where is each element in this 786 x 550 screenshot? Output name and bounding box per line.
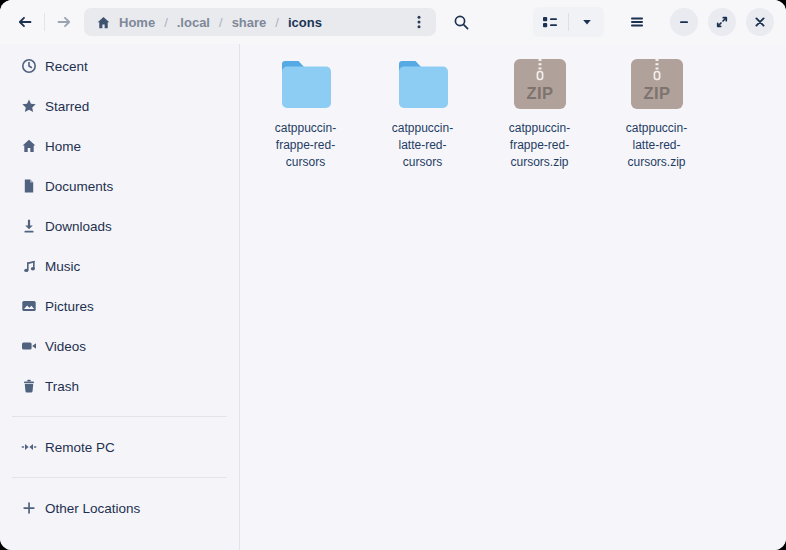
picture-icon xyxy=(21,298,37,314)
file-name: catppuccin- frappe-red- cursors.zip xyxy=(509,120,570,171)
home-icon xyxy=(96,15,111,30)
sidebar-item-label: Other Locations xyxy=(45,501,140,516)
sidebar-item-pictures[interactable]: Pictures xyxy=(6,286,233,326)
zip-archive-icon: ZIP xyxy=(512,58,568,111)
minimize-icon xyxy=(676,14,692,30)
sidebar-item-recent[interactable]: Recent xyxy=(6,46,233,86)
file-item-folder[interactable]: catppuccin- frappe-red- cursors xyxy=(247,58,364,171)
path-menu-button[interactable] xyxy=(412,14,426,30)
folder-icon xyxy=(395,58,451,111)
document-icon xyxy=(21,178,37,194)
sidebar-separator xyxy=(12,477,227,478)
breadcrumb-segment[interactable]: share xyxy=(232,15,267,30)
file-name: catppuccin- frappe-red- cursors xyxy=(275,120,336,171)
sidebar-item-remote-pc[interactable]: Remote PC xyxy=(6,427,233,467)
search-icon xyxy=(453,14,470,31)
breadcrumb[interactable]: Home / .local / share / icons xyxy=(84,8,436,36)
sidebar: Recent Starred Home xyxy=(0,44,240,550)
close-icon xyxy=(752,14,768,30)
close-button[interactable] xyxy=(746,8,774,36)
zip-badge-text: ZIP xyxy=(643,84,670,102)
file-item-zip[interactable]: ZIP catppuccin- frappe-red- cursors.zip xyxy=(481,58,598,171)
sidebar-item-label: Starred xyxy=(45,99,89,114)
maximize-button[interactable] xyxy=(708,8,736,36)
sidebar-item-label: Videos xyxy=(45,339,86,354)
file-name: catppuccin- latte-red- cursors.zip xyxy=(626,120,687,171)
list-view-button[interactable] xyxy=(533,7,567,37)
star-icon xyxy=(21,98,37,114)
back-arrow-icon xyxy=(17,14,33,30)
plus-icon xyxy=(21,500,37,516)
view-mode-split-button xyxy=(533,7,604,37)
breadcrumb-separator: / xyxy=(219,15,223,30)
toolbar-separator xyxy=(44,13,45,31)
music-note-icon xyxy=(21,258,37,274)
chevron-down-icon xyxy=(581,16,593,28)
sidebar-separator xyxy=(12,416,227,417)
sidebar-item-trash[interactable]: Trash xyxy=(6,366,233,406)
sidebar-item-other-locations[interactable]: Other Locations xyxy=(6,488,233,528)
file-manager-window: Home / .local / share / icons xyxy=(0,0,786,550)
sidebar-item-videos[interactable]: Videos xyxy=(6,326,233,366)
view-group-separator xyxy=(568,13,569,31)
video-camera-icon xyxy=(21,338,37,354)
content-area: Recent Starred Home xyxy=(0,44,786,550)
sidebar-item-music[interactable]: Music xyxy=(6,246,233,286)
breadcrumb-segment-current[interactable]: icons xyxy=(288,15,322,30)
sidebar-item-label: Pictures xyxy=(45,299,94,314)
sidebar-item-label: Music xyxy=(45,259,80,274)
sidebar-item-label: Home xyxy=(45,139,81,154)
files-view[interactable]: catppuccin- frappe-red- cursors catppucc… xyxy=(240,44,786,550)
search-button[interactable] xyxy=(446,7,476,37)
home-icon xyxy=(21,138,37,154)
sidebar-item-starred[interactable]: Starred xyxy=(6,86,233,126)
sidebar-item-downloads[interactable]: Downloads xyxy=(6,206,233,246)
sidebar-item-label: Recent xyxy=(45,59,88,74)
sidebar-item-label: Documents xyxy=(45,179,113,194)
folder-icon xyxy=(278,58,334,111)
sidebar-item-label: Downloads xyxy=(45,219,112,234)
forward-arrow-icon xyxy=(56,14,72,30)
breadcrumb-segment[interactable]: .local xyxy=(177,15,210,30)
sidebar-item-label: Remote PC xyxy=(45,440,115,455)
sidebar-item-documents[interactable]: Documents xyxy=(6,166,233,206)
remote-connector-icon xyxy=(21,439,37,455)
minimize-button[interactable] xyxy=(670,8,698,36)
maximize-icon xyxy=(714,14,730,30)
files-grid: catppuccin- frappe-red- cursors catppucc… xyxy=(247,58,786,171)
sidebar-item-home[interactable]: Home xyxy=(6,126,233,166)
zip-badge-text: ZIP xyxy=(526,84,553,102)
download-icon xyxy=(21,218,37,234)
breadcrumb-separator: / xyxy=(164,15,168,30)
list-view-icon xyxy=(542,14,558,30)
toolbar: Home / .local / share / icons xyxy=(0,0,786,44)
forward-button[interactable] xyxy=(49,7,79,37)
hamburger-menu-icon xyxy=(629,14,645,30)
view-options-dropdown-button[interactable] xyxy=(570,7,604,37)
file-item-zip[interactable]: ZIP catppuccin- latte-red- cursors.zip xyxy=(598,58,715,171)
trash-icon xyxy=(21,378,37,394)
breadcrumb-segment[interactable]: Home xyxy=(119,15,155,30)
file-item-folder[interactable]: catppuccin- latte-red- cursors xyxy=(364,58,481,171)
clock-icon xyxy=(21,58,37,74)
window-controls xyxy=(670,8,774,36)
back-button[interactable] xyxy=(10,7,40,37)
breadcrumb-separator: / xyxy=(275,15,279,30)
file-name: catppuccin- latte-red- cursors xyxy=(392,120,453,171)
main-menu-button[interactable] xyxy=(622,7,652,37)
sidebar-item-label: Trash xyxy=(45,379,79,394)
zip-archive-icon: ZIP xyxy=(629,58,685,111)
